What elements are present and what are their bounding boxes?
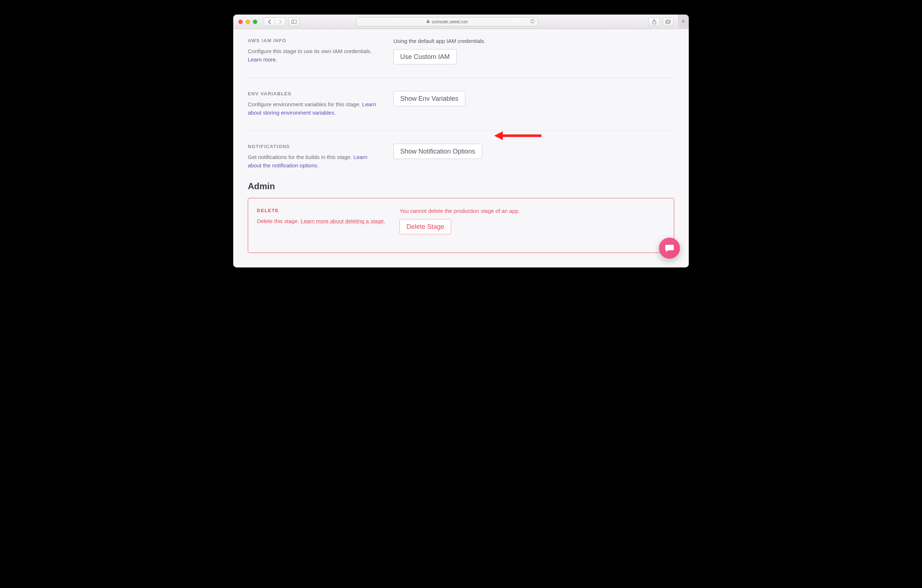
delete-panel: DELETE Delete this stage. Learn more abo… (248, 198, 674, 253)
delete-stage-button[interactable]: Delete Stage (399, 219, 451, 234)
iam-desc: Configure this stage to use its own IAM … (248, 47, 383, 64)
show-env-variables-button[interactable]: Show Env Variables (393, 91, 465, 106)
window-controls (238, 20, 257, 24)
svg-rect-2 (427, 21, 429, 23)
chat-widget-button[interactable] (659, 238, 680, 259)
minimize-window-icon[interactable] (245, 20, 250, 24)
svg-rect-0 (292, 20, 296, 24)
delete-warning: You cannot delete the production stage o… (399, 208, 665, 214)
delete-desc-text: Delete this stage. (257, 218, 301, 224)
reload-icon[interactable] (530, 19, 535, 25)
delete-title: DELETE (257, 208, 389, 213)
env-title: ENV VARIABLES (248, 91, 383, 96)
section-notifications: NOTIFICATIONS Get notifications for the … (248, 131, 674, 176)
forward-button[interactable] (275, 18, 286, 26)
nav-buttons (264, 18, 286, 26)
iam-status-text: Using the default app IAM credentials. (393, 38, 674, 44)
close-window-icon[interactable] (238, 20, 243, 24)
iam-title: AWS IAM INFO (248, 38, 383, 43)
iam-learn-more-link[interactable]: Learn more. (248, 56, 277, 62)
delete-learn-more-link[interactable]: Learn more about deleting a stage. (301, 218, 385, 224)
browser-window: console.seed.run + AWS IAM INFO Configur… (233, 15, 689, 268)
delete-desc: Delete this stage. Learn more about dele… (257, 217, 389, 225)
env-desc: Configure environment variables for this… (248, 100, 383, 117)
new-tab-button[interactable]: + (678, 15, 689, 29)
use-custom-iam-button[interactable]: Use Custom IAM (393, 49, 457, 64)
toolbar-right: + (649, 15, 685, 29)
page-content: AWS IAM INFO Configure this stage to use… (233, 29, 689, 268)
maximize-window-icon[interactable] (253, 20, 257, 24)
admin-heading: Admin (248, 181, 674, 191)
notif-desc: Get notifications for the builds in this… (248, 153, 383, 170)
notif-title: NOTIFICATIONS (248, 144, 383, 149)
iam-desc-text: Configure this stage to use its own IAM … (248, 48, 372, 54)
lock-icon (427, 19, 430, 24)
env-desc-text: Configure environment variables for this… (248, 101, 362, 107)
url-host: console.seed.run (432, 19, 468, 24)
address-bar[interactable]: console.seed.run (356, 17, 538, 26)
section-env: ENV VARIABLES Configure environment vari… (248, 78, 674, 131)
back-button[interactable] (264, 18, 275, 26)
sidebar-toggle-button[interactable] (289, 18, 299, 26)
section-iam: AWS IAM INFO Configure this stage to use… (248, 29, 674, 78)
svg-rect-6 (667, 20, 670, 23)
browser-toolbar: console.seed.run + (233, 15, 689, 29)
chat-icon (664, 243, 675, 253)
share-button[interactable] (649, 18, 660, 26)
notif-desc-text: Get notifications for the builds in this… (248, 154, 353, 160)
svg-rect-5 (666, 21, 670, 24)
show-notification-options-button[interactable]: Show Notification Options (393, 144, 482, 159)
tabs-button[interactable] (662, 18, 674, 26)
